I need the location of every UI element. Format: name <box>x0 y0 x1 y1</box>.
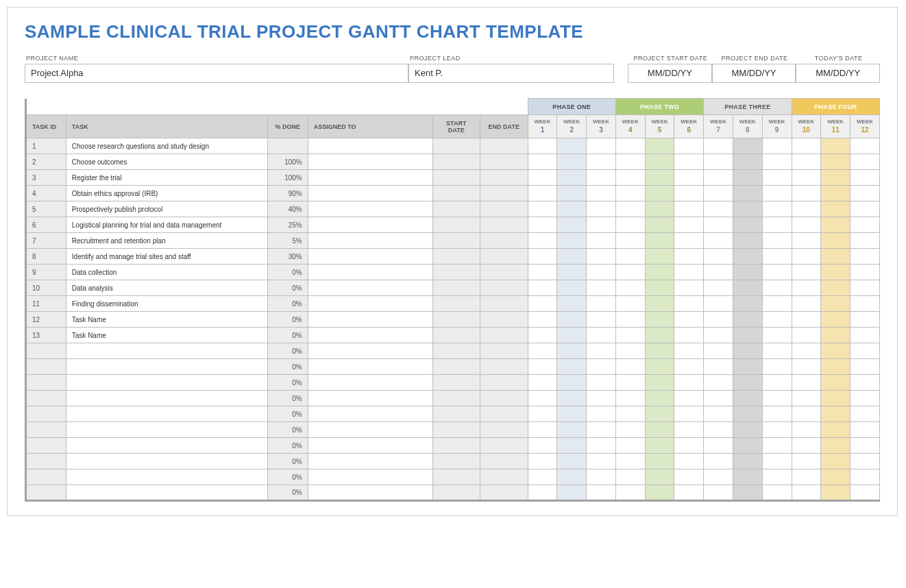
cell-week-3[interactable] <box>587 469 616 485</box>
cell-week-10[interactable] <box>792 391 821 406</box>
cell-week-10[interactable] <box>792 343 821 359</box>
cell-week-1[interactable] <box>528 186 557 201</box>
cell-pct-done[interactable]: 0% <box>267 438 308 454</box>
cell-week-5[interactable] <box>645 375 674 391</box>
cell-week-1[interactable] <box>528 485 557 501</box>
cell-week-10[interactable] <box>792 406 821 422</box>
cell-pct-done[interactable]: 0% <box>267 375 308 391</box>
cell-week-1[interactable] <box>528 391 557 406</box>
cell-week-5[interactable] <box>645 138 674 154</box>
cell-week-5[interactable] <box>645 438 674 454</box>
cell-week-5[interactable] <box>645 422 674 438</box>
cell-week-3[interactable] <box>587 422 616 438</box>
start-date-value[interactable]: MM/DD/YY <box>628 64 712 83</box>
cell-assigned-to[interactable] <box>308 296 432 312</box>
cell-task-name[interactable] <box>66 343 267 359</box>
cell-assigned-to[interactable] <box>308 469 432 485</box>
cell-task-id[interactable] <box>26 359 66 375</box>
cell-task-name[interactable]: Data analysis <box>66 280 267 296</box>
cell-week-8[interactable] <box>733 406 762 422</box>
cell-week-12[interactable] <box>850 485 880 501</box>
cell-start-date[interactable] <box>432 138 480 154</box>
cell-week-4[interactable] <box>615 485 645 501</box>
cell-pct-done[interactable]: 0% <box>267 485 308 501</box>
cell-end-date[interactable] <box>480 296 528 312</box>
cell-week-3[interactable] <box>587 375 616 391</box>
cell-pct-done[interactable]: 0% <box>267 296 308 312</box>
cell-start-date[interactable] <box>432 343 480 359</box>
cell-start-date[interactable] <box>432 359 480 375</box>
cell-pct-done[interactable]: 0% <box>267 454 308 469</box>
cell-task-id[interactable] <box>26 343 66 359</box>
cell-week-11[interactable] <box>821 375 850 391</box>
cell-week-12[interactable] <box>850 469 880 485</box>
cell-week-9[interactable] <box>762 454 792 469</box>
cell-week-3[interactable] <box>587 280 616 296</box>
cell-task-id[interactable]: 5 <box>26 201 66 217</box>
cell-week-8[interactable] <box>733 422 762 438</box>
cell-week-11[interactable] <box>821 406 850 422</box>
cell-week-5[interactable] <box>645 343 674 359</box>
cell-week-8[interactable] <box>733 375 762 391</box>
task-row[interactable]: 1Choose research questions and study des… <box>26 138 880 154</box>
cell-start-date[interactable] <box>432 438 480 454</box>
cell-week-7[interactable] <box>704 201 733 217</box>
cell-week-9[interactable] <box>762 391 792 406</box>
cell-pct-done[interactable]: 100% <box>267 154 308 170</box>
cell-task-id[interactable]: 10 <box>26 280 66 296</box>
cell-start-date[interactable] <box>432 154 480 170</box>
cell-task-name[interactable]: Register the trial <box>66 170 267 186</box>
cell-assigned-to[interactable] <box>308 454 432 469</box>
cell-week-12[interactable] <box>850 375 880 391</box>
cell-week-1[interactable] <box>528 422 557 438</box>
cell-week-5[interactable] <box>645 312 674 328</box>
cell-assigned-to[interactable] <box>308 233 432 249</box>
cell-week-4[interactable] <box>615 201 645 217</box>
cell-assigned-to[interactable] <box>308 217 432 233</box>
cell-week-1[interactable] <box>528 233 557 249</box>
cell-task-name[interactable]: Task Name <box>66 312 267 328</box>
cell-end-date[interactable] <box>480 469 528 485</box>
cell-week-9[interactable] <box>762 249 792 265</box>
cell-task-name[interactable] <box>66 359 267 375</box>
cell-week-12[interactable] <box>850 233 880 249</box>
cell-week-5[interactable] <box>645 186 674 201</box>
cell-week-11[interactable] <box>821 217 850 233</box>
cell-week-8[interactable] <box>733 485 762 501</box>
cell-start-date[interactable] <box>432 201 480 217</box>
cell-week-1[interactable] <box>528 375 557 391</box>
cell-week-10[interactable] <box>792 249 821 265</box>
cell-week-5[interactable] <box>645 359 674 375</box>
cell-assigned-to[interactable] <box>308 422 432 438</box>
cell-week-9[interactable] <box>762 201 792 217</box>
cell-week-9[interactable] <box>762 359 792 375</box>
cell-week-6[interactable] <box>674 170 704 186</box>
cell-week-12[interactable] <box>850 201 880 217</box>
cell-week-8[interactable] <box>733 280 762 296</box>
cell-task-id[interactable]: 8 <box>26 249 66 265</box>
cell-start-date[interactable] <box>432 265 480 280</box>
cell-start-date[interactable] <box>432 186 480 201</box>
cell-end-date[interactable] <box>480 375 528 391</box>
cell-week-3[interactable] <box>587 454 616 469</box>
cell-week-12[interactable] <box>850 406 880 422</box>
task-row[interactable]: 0% <box>26 406 880 422</box>
task-row[interactable]: 13Task Name0% <box>26 328 880 343</box>
cell-task-name[interactable]: Finding dissemination <box>66 296 267 312</box>
cell-week-3[interactable] <box>587 406 616 422</box>
cell-week-10[interactable] <box>792 328 821 343</box>
cell-end-date[interactable] <box>480 265 528 280</box>
cell-week-6[interactable] <box>674 201 704 217</box>
cell-week-7[interactable] <box>704 422 733 438</box>
cell-week-7[interactable] <box>704 170 733 186</box>
cell-week-1[interactable] <box>528 359 557 375</box>
cell-week-1[interactable] <box>528 438 557 454</box>
cell-week-7[interactable] <box>704 296 733 312</box>
cell-week-2[interactable] <box>557 485 587 501</box>
cell-week-12[interactable] <box>850 280 880 296</box>
cell-week-6[interactable] <box>674 328 704 343</box>
cell-assigned-to[interactable] <box>308 170 432 186</box>
cell-week-9[interactable] <box>762 406 792 422</box>
cell-week-9[interactable] <box>762 328 792 343</box>
cell-week-12[interactable] <box>850 343 880 359</box>
